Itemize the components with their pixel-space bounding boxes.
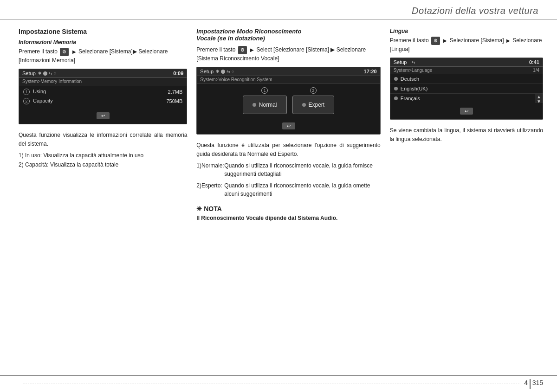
lang-dot-2	[394, 87, 398, 90]
list-item-1: 1) In uso: Visualizza la capacità attual…	[19, 151, 187, 160]
setup-screen-lang: Setup ⇆ 0:41 System>Language 1/4 Deutsch…	[390, 58, 543, 120]
setup-title-memory: Setup	[22, 71, 36, 76]
setup-screen-voice: Setup ✱ ⇆ ○ 17:20 System>Voice Recogniti…	[196, 67, 380, 135]
arrows-icon-v: ⇆	[227, 69, 230, 74]
page-number: 4 315	[524, 379, 543, 389]
setup-back-voice: ↩	[197, 118, 380, 134]
star-icon: ✱	[38, 71, 42, 76]
voice-dot-2	[302, 103, 306, 107]
lang-row-francais: Français ▲ ▼	[390, 94, 543, 103]
lang-row-english: English(UK)	[390, 84, 543, 94]
sub-title-memory: Informazioni Memoria	[19, 39, 187, 45]
body-text-voice: Questa funzione è utilizzata per selezio…	[196, 141, 380, 158]
lang-row-deutsch: Deutsch	[390, 74, 543, 84]
main-content: Impostazione Sistema Informazioni Memori…	[0, 19, 557, 370]
row-num-1: 1	[23, 89, 30, 95]
setup-button-icon-mid: ⚙	[238, 46, 247, 54]
back-button-memory[interactable]: ↩	[97, 112, 110, 119]
body-text-memory: Questa funzione visualizza le informazio…	[19, 131, 187, 148]
gear-icon-small	[43, 71, 47, 76]
arrows-icon-l: ⇆	[412, 60, 415, 64]
body-text-lang: Se viene cambiata la lingua, il sistema …	[390, 126, 543, 143]
intro-voice: Premere il tasto ⚙ ▶ Select [Selezionare…	[196, 45, 380, 63]
circle-icon: ○	[54, 71, 56, 76]
back-button-voice[interactable]: ↩	[282, 122, 295, 129]
memory-row-capacity: 2 Capacity 750MB	[22, 96, 183, 106]
star-icon-v: ✱	[216, 69, 220, 74]
setup-icons-memory: ✱ ⇆ ○	[38, 71, 56, 76]
back-button-lang[interactable]: ↩	[460, 108, 473, 115]
setup-title-voice: Setup	[200, 69, 214, 74]
setup-body-memory: 1 Using 2.7MB 2 Capacity 750MB	[19, 85, 187, 108]
footer-divider	[530, 379, 531, 389]
setup-titlebar-memory: Setup ✱ ⇆ ○ 0:09	[19, 69, 187, 78]
setup-subtitle-lang: System>Language 1/4	[390, 67, 543, 74]
voice-option-expert: 2 Expert	[292, 87, 335, 114]
nota-box: ✳ NOTA Il Riconoscimento Vocale dipende …	[196, 205, 380, 222]
mid-column: Impostazione Modo Riconoscimento Vocale …	[196, 28, 380, 365]
voice-dot-1	[253, 103, 256, 107]
list-voice-1: 1)Normale: Quando si utilizza il riconos…	[196, 161, 380, 179]
list-voice-2: 2)Esperto: Quando si utilizza il riconos…	[196, 181, 380, 199]
setup-time-memory: 0:09	[173, 71, 183, 76]
right-column: Lingua Premere il tasto ⚙ ▶ Selezionare …	[390, 28, 543, 365]
footer-dashes	[23, 384, 519, 384]
setup-button-icon-left: ⚙	[60, 48, 69, 56]
circle-icon-v: ○	[232, 69, 234, 74]
page-num: 315	[532, 379, 543, 389]
page-footer: 4 315	[0, 375, 557, 392]
gear-icon-v	[221, 70, 225, 74]
setup-time-lang: 0:41	[529, 59, 539, 65]
intro-memory: Premere il tasto ⚙ ▶ Selezionare [Sistem…	[19, 47, 187, 65]
list-memory: 1) In uso: Visualizza la capacità attual…	[19, 151, 187, 170]
chapter-number: 4	[524, 379, 528, 389]
list-item-2: 2) Capacità: Visualizza la capacità tota…	[19, 161, 187, 169]
setup-body-lang: Deutsch English(UK) Français ▲ ▼	[390, 74, 543, 103]
setup-back-lang: ↩	[390, 103, 543, 119]
page-title: Dotazioni della vostra vettura	[412, 6, 538, 16]
setup-titlebar-lang: Setup ⇆ 0:41	[390, 58, 543, 67]
sub-title-lingua: Lingua	[390, 28, 543, 34]
left-column: Impostazione Sistema Informazioni Memori…	[19, 28, 187, 365]
voice-num-2: 2	[310, 87, 317, 94]
sub-title-voice: Impostazione Modo Riconoscimento Vocale …	[196, 28, 380, 42]
nota-title: ✳ NOTA	[196, 205, 380, 212]
voice-btn-expert[interactable]: Expert	[292, 96, 335, 114]
arrows-icon: ⇆	[49, 71, 52, 76]
voice-option-normal: 1 Normal	[243, 87, 287, 114]
setup-icons-voice: ✱ ⇆ ○	[216, 69, 234, 74]
setup-title-lang: Setup	[394, 59, 407, 65]
lang-dot-1	[394, 77, 398, 81]
memory-row-using: 1 Using 2.7MB	[22, 87, 183, 96]
lang-scrollbar[interactable]: ▲ ▼	[535, 94, 543, 103]
setup-screen-memory: Setup ✱ ⇆ ○ 0:09 System>Memory Informati…	[19, 69, 187, 124]
nota-text: Il Riconoscimento Vocale dipende dal Sis…	[196, 214, 380, 222]
setup-button-icon-right: ⚙	[431, 37, 440, 45]
setup-subtitle-memory: System>Memory Information	[19, 78, 187, 85]
page-header: Dotazioni della vostra vettura	[0, 0, 557, 19]
setup-titlebar-voice: Setup ✱ ⇆ ○ 17:20	[197, 67, 380, 76]
scroll-down-arrow[interactable]: ▼	[537, 99, 541, 104]
intro-lingua: Premere il tasto ⚙ ▶ Selezionare [Sistem…	[390, 36, 543, 54]
list-voice: 1)Normale: Quando si utilizza il riconos…	[196, 161, 380, 199]
lang-dot-3	[394, 96, 398, 100]
setup-back-memory: ↩	[19, 108, 187, 124]
setup-time-voice: 17:20	[364, 69, 377, 74]
voice-num-1: 1	[261, 87, 268, 94]
voice-btn-normal[interactable]: Normal	[243, 96, 287, 114]
setup-subtitle-voice: System>Voice Recognition System	[197, 76, 380, 84]
setup-body-voice: 1 Normal 2 Expert	[197, 84, 380, 118]
section-title-left: Impostazione Sistema	[19, 28, 187, 35]
row-num-2: 2	[23, 98, 30, 104]
